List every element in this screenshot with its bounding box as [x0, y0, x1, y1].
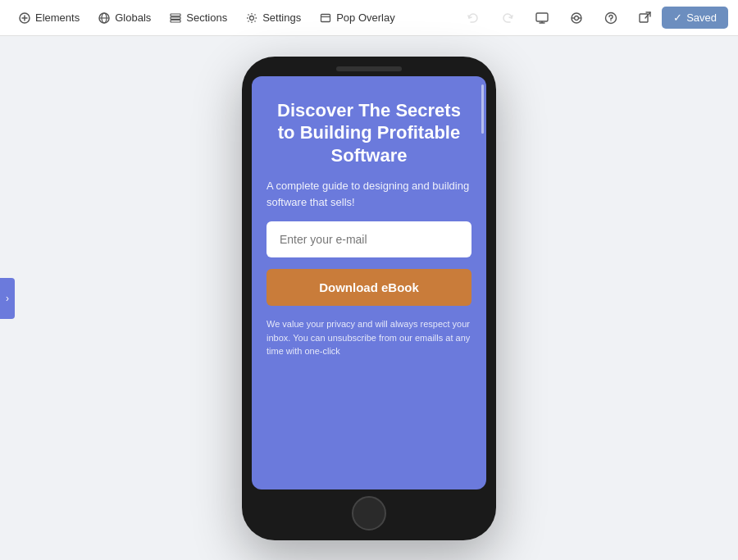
svg-point-20: [611, 20, 612, 20]
gear-icon: [245, 11, 258, 25]
phone-headline: Discover The Secrets to Building Profita…: [266, 99, 472, 167]
saved-button[interactable]: ✓ Saved: [662, 7, 728, 29]
phone-notch: [336, 66, 402, 71]
phone-home-button: [352, 496, 386, 530]
phone-content: Discover The Secrets to Building Profita…: [252, 76, 486, 373]
globe-icon: [98, 11, 111, 25]
check-icon: ✓: [673, 11, 682, 24]
email-input[interactable]: [266, 221, 472, 257]
svg-rect-6: [171, 14, 180, 16]
elements-menu-item[interactable]: Elements: [10, 7, 88, 30]
phone-screen: Discover The Secrets to Building Profita…: [252, 76, 486, 489]
sections-menu-item[interactable]: Sections: [161, 7, 235, 30]
chevron-right-icon: ›: [6, 293, 9, 304]
globals-menu-item[interactable]: Globals: [89, 7, 159, 30]
privacy-text: We value your privacy and will always re…: [266, 317, 472, 358]
saved-label: Saved: [686, 11, 717, 24]
toolbar: Elements Globals Sections: [0, 0, 738, 36]
elements-label: Elements: [35, 11, 80, 24]
frame-icon: [319, 11, 332, 25]
help-button[interactable]: [598, 5, 624, 31]
phone-scrollbar: [481, 84, 484, 134]
svg-rect-7: [171, 16, 180, 19]
svg-point-9: [250, 16, 254, 20]
pop-overlay-menu-item[interactable]: Pop Overlay: [311, 7, 403, 30]
toolbar-right: ✓ Saved: [662, 7, 728, 29]
phone-mockup: Discover The Secrets to Building Profita…: [242, 57, 496, 540]
undo-button[interactable]: [460, 5, 486, 31]
svg-rect-12: [536, 13, 548, 21]
share-button[interactable]: [632, 5, 658, 31]
globals-label: Globals: [115, 11, 151, 24]
preview-button[interactable]: [563, 5, 590, 31]
pop-overlay-label: Pop Overlay: [336, 11, 395, 24]
settings-label: Settings: [262, 11, 301, 24]
redo-button[interactable]: [494, 5, 521, 31]
cta-button[interactable]: Download eBook: [266, 269, 472, 306]
toolbar-center: [460, 5, 658, 31]
svg-rect-10: [321, 14, 330, 21]
svg-rect-8: [171, 20, 180, 22]
settings-menu-item[interactable]: Settings: [237, 7, 309, 30]
plus-icon: [18, 11, 31, 25]
desktop-view-button[interactable]: [529, 5, 555, 31]
svg-rect-21: [640, 14, 648, 22]
svg-point-16: [575, 16, 579, 20]
canvas-area: › Discover The Secrets to Building Profi…: [0, 36, 738, 560]
phone-subtext: A complete guide to designing and buildi…: [266, 178, 472, 210]
sections-icon: [169, 11, 182, 25]
left-panel-toggle[interactable]: ›: [0, 278, 15, 319]
sections-label: Sections: [186, 11, 227, 24]
toolbar-left: Elements Globals Sections: [10, 7, 457, 30]
